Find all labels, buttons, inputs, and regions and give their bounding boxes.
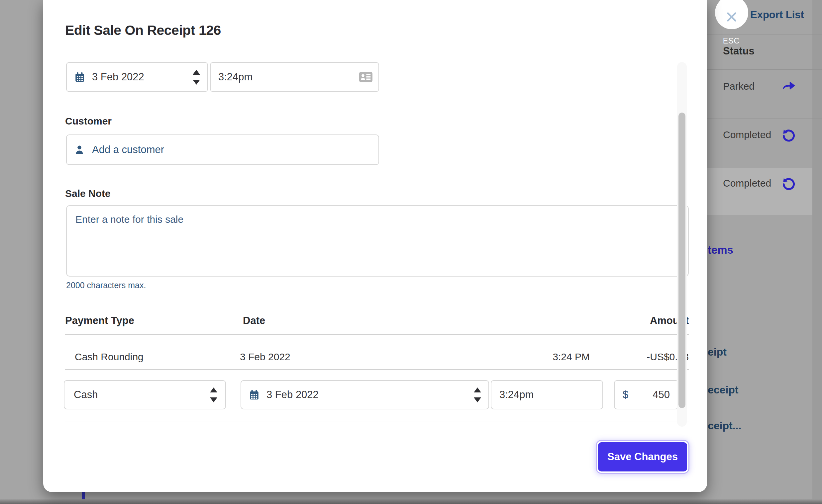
sale-note-textarea[interactable] (66, 205, 689, 277)
payment-row-date: 3 Feb 2022 (240, 351, 290, 363)
modal-scrollbar-thumb[interactable] (679, 113, 686, 408)
divider (707, 35, 822, 35)
column-header-date: Date (243, 315, 265, 327)
person-icon (74, 144, 85, 155)
modal-title: Edit Sale On Receipt 126 (65, 23, 221, 38)
close-icon (724, 9, 739, 25)
stepper-up-icon[interactable] (210, 387, 217, 392)
payment-row-time: 3:24 PM (552, 351, 590, 363)
edit-sale-modal: Edit Sale On Receipt 126 3 Feb 2022 3:24… (43, 0, 707, 492)
screen: ESC Export List Status Parked Completed … (0, 0, 822, 504)
payment-date-value: 3 Feb 2022 (267, 389, 319, 401)
background-right-strip (812, 0, 822, 504)
sale-time-input[interactable]: 3:24pm (210, 62, 379, 92)
receipt-link-truncated[interactable]: ceipt... (708, 420, 741, 432)
add-customer-input[interactable]: Add a customer (66, 134, 379, 165)
stepper-up-icon[interactable] (193, 70, 200, 75)
divider (707, 69, 822, 70)
sale-note-helper: 2000 characters max. (66, 281, 146, 290)
payment-date-input[interactable]: 3 Feb 2022 (241, 380, 489, 409)
sale-note-label: Sale Note (65, 188, 111, 199)
restore-icon[interactable] (781, 128, 796, 144)
payment-row-type: Cash Rounding (75, 351, 143, 363)
payment-type-select[interactable]: Cash (64, 380, 226, 409)
payment-amount-value[interactable] (636, 388, 671, 401)
column-header-payment-type: Payment Type (65, 315, 134, 327)
payment-type-value: Cash (74, 389, 98, 401)
calendar-icon (249, 389, 260, 400)
currency-symbol: $ (623, 389, 628, 401)
stepper-down-icon[interactable] (474, 397, 481, 402)
payment-time-input[interactable]: 3:24pm (491, 380, 603, 409)
divider (707, 119, 822, 119)
sale-date-input[interactable]: 3 Feb 2022 (66, 62, 208, 92)
stepper-up-icon[interactable] (474, 387, 481, 392)
status-column-header: Status (723, 45, 755, 57)
close-dialog-button[interactable] (715, 0, 748, 29)
payment-date-stepper[interactable] (474, 387, 481, 402)
status-cell-completed: Completed (723, 178, 771, 189)
divider (65, 369, 689, 370)
stepper-down-icon[interactable] (193, 80, 200, 85)
customer-label: Customer (65, 116, 112, 127)
stepper-down-icon[interactable] (210, 397, 217, 402)
background-bottom-edge (0, 499, 822, 504)
export-list-link[interactable]: Export List (750, 9, 804, 21)
payment-time-value: 3:24pm (499, 389, 534, 401)
calendar-icon (74, 71, 85, 83)
share-forward-icon[interactable] (781, 80, 797, 95)
restore-icon[interactable] (781, 177, 796, 193)
payment-amount-input[interactable]: $ (614, 380, 679, 409)
date-stepper[interactable] (193, 70, 200, 85)
contact-card-icon (359, 72, 372, 82)
sale-date-value: 3 Feb 2022 (92, 71, 144, 83)
save-changes-button[interactable]: Save Changes (598, 442, 687, 471)
receipt-link-truncated[interactable]: eipt (708, 346, 727, 358)
status-cell-parked: Parked (723, 81, 755, 92)
esc-key-hint: ESC (716, 37, 746, 45)
items-link-truncated[interactable]: tems (708, 244, 733, 256)
add-customer-placeholder: Add a customer (92, 144, 164, 156)
receipt-link-truncated[interactable]: eceipt (708, 384, 738, 396)
divider (65, 422, 689, 422)
payment-type-stepper[interactable] (210, 387, 217, 402)
divider (65, 334, 689, 335)
modal-scrollbar-track[interactable] (677, 62, 687, 427)
sale-time-value: 3:24pm (218, 71, 253, 83)
status-cell-completed: Completed (723, 129, 771, 140)
table-row-highlight (707, 168, 812, 215)
